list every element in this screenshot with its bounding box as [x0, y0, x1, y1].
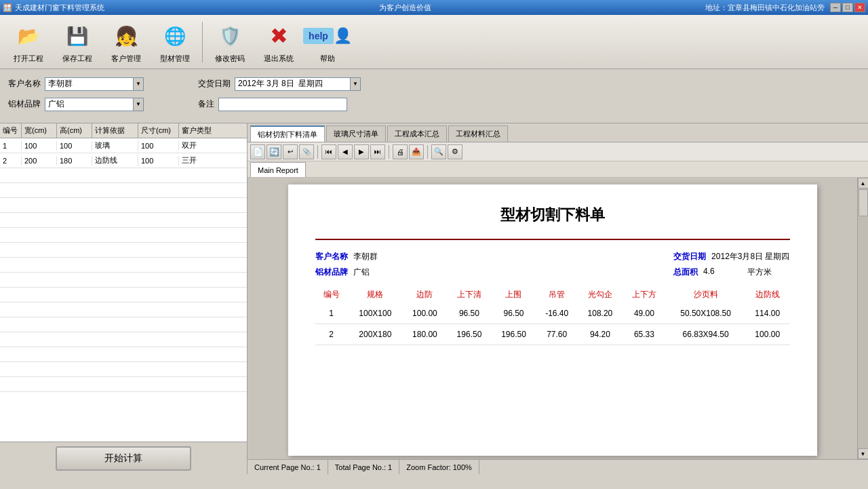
report-btn-undo[interactable]: ↩: [283, 144, 298, 159]
save-button[interactable]: 💾 保存工程: [54, 18, 100, 66]
close-button[interactable]: ✕: [854, 3, 865, 12]
delivery-input[interactable]: [235, 77, 350, 91]
th-d: 吊管: [536, 286, 578, 303]
delivery-dropdown[interactable]: ▼: [235, 77, 361, 91]
table-row[interactable]: 2 200 180 边防线 100 三开: [0, 153, 247, 168]
brand-label: 铝材品牌: [8, 98, 41, 110]
table-row-empty[interactable]: [0, 258, 247, 273]
zoom-button[interactable]: 🔍: [431, 144, 446, 159]
help-button[interactable]: help 👤 帮助: [304, 18, 351, 66]
tab-aluminium-cut[interactable]: 铝材切割下料清单: [250, 125, 325, 142]
table-row-empty[interactable]: [0, 288, 247, 302]
table-row-empty[interactable]: [0, 168, 247, 183]
scroll-thumb[interactable]: [859, 189, 868, 216]
customer-name-input[interactable]: [45, 77, 133, 91]
r2-g: 66.83X94.50: [666, 324, 745, 345]
table-row-empty[interactable]: [0, 347, 247, 362]
report-toolbar: 📄 🔄 ↩ 📎 ⏮ ◀ ▶ ⏭ 🖨 📤 🔍 ⚙: [248, 142, 868, 161]
shield-icon: 🛡️: [214, 20, 246, 52]
report-scrollable[interactable]: 型材切割下料单 客户名称 李朝群 铝材品牌 广铝: [248, 178, 857, 459]
scroll-up-arrow[interactable]: ▲: [858, 178, 869, 189]
tabs-bar: 铝材切割下料清单 玻璃尺寸清单 工程成本汇总 工程材料汇总: [248, 123, 868, 142]
table-row-empty[interactable]: [0, 332, 247, 347]
table-row-empty[interactable]: [0, 317, 247, 332]
open-button[interactable]: 📂 打开工程: [5, 18, 52, 66]
brand-input[interactable]: [45, 98, 133, 111]
brand-dropdown-arrow[interactable]: ▼: [133, 98, 144, 111]
export-button[interactable]: 📤: [409, 144, 424, 159]
print-button[interactable]: 🖨: [393, 144, 408, 159]
th-c: 上围: [492, 286, 536, 303]
report-btn-1[interactable]: 📄: [250, 144, 265, 159]
zoom-status: Zoom Factor: 100%: [399, 460, 479, 474]
table-row-empty[interactable]: [0, 377, 247, 392]
delivery-meta-value: 2012年3月8日 星期四: [711, 251, 789, 262]
r2-e: 94.20: [578, 324, 623, 345]
cell-type-2: 三开: [179, 155, 247, 166]
brand-dropdown[interactable]: ▼: [45, 98, 144, 111]
password-button[interactable]: 🛡️ 修改密码: [207, 18, 253, 66]
current-page-status: Current Page No.: 1: [248, 460, 328, 474]
th-no: 编号: [315, 286, 348, 303]
report-page: 型材切割下料单 客户名称 李朝群 铝材品牌 广铝: [288, 184, 817, 456]
cell-size-1: 100: [138, 141, 179, 151]
scroll-down-arrow[interactable]: ▼: [858, 448, 869, 459]
nav-prev-button[interactable]: ◀: [338, 144, 353, 159]
main-report-tab[interactable]: Main Report: [250, 162, 306, 177]
note-label: 备注: [198, 98, 214, 110]
tab-cost-summary[interactable]: 工程成本汇总: [387, 125, 447, 142]
customer-name-dropdown[interactable]: ▼: [45, 77, 144, 91]
report-btn-clip[interactable]: 📎: [299, 144, 314, 159]
table-row-empty[interactable]: [0, 213, 247, 228]
report-vscrollbar[interactable]: ▲ ▼: [857, 178, 868, 459]
tab-material-summary[interactable]: 工程材料汇总: [448, 125, 508, 142]
table-body: 1 100 100 玻璃 100 双开 2 200 180 边防线 100 三开: [0, 138, 247, 442]
cell-height-1: 100: [57, 141, 92, 151]
nav-first-button[interactable]: ⏮: [321, 144, 336, 159]
report-btn-refresh[interactable]: 🔄: [267, 144, 281, 159]
report-data-row-1: 1 100X100 100.00 96.50 96.50 -16.40 108.…: [315, 303, 790, 324]
col-header-calc: 计算依据: [92, 123, 138, 138]
cell-type-1: 双开: [179, 140, 247, 151]
delivery-dropdown-arrow[interactable]: ▼: [350, 77, 361, 91]
table-header: 编号 宽(cm) 高(cm) 计算依据 尺寸(cm) 窗户类型: [0, 123, 247, 138]
table-row-empty[interactable]: [0, 198, 247, 213]
report-table: 编号 规格 边防 上下清 上围 吊管 光勾企 上下方 沙页料 边防线: [315, 286, 790, 345]
customer-button[interactable]: 👧 客户管理: [103, 18, 149, 66]
r2-d: 77.60: [536, 324, 578, 345]
th-b: 上下清: [447, 286, 492, 303]
app-name: 天成建材门窗下料管理系统: [15, 3, 104, 13]
table-row-empty[interactable]: [0, 302, 247, 317]
table-row-empty[interactable]: [0, 243, 247, 258]
brand-meta-label: 铝材品牌: [315, 267, 348, 278]
table-row-empty[interactable]: [0, 273, 247, 288]
table-row-empty[interactable]: [0, 228, 247, 243]
sep3: [427, 145, 428, 159]
r2-c: 196.50: [492, 324, 536, 345]
report-title: 型材切割下料单: [315, 205, 790, 225]
save-label: 保存工程: [62, 54, 92, 64]
settings-button[interactable]: ⚙: [448, 144, 462, 159]
customer-dropdown-arrow[interactable]: ▼: [133, 77, 144, 91]
profile-button[interactable]: 🌐 型材管理: [152, 18, 198, 66]
divider: [202, 22, 203, 62]
exit-button[interactable]: ✖ 退出系统: [256, 18, 302, 66]
minimize-button[interactable]: ─: [830, 3, 841, 12]
r1-spec: 100X100: [348, 303, 403, 324]
report-data-row-2: 2 200X180 180.00 196.50 196.50 77.60 94.…: [315, 324, 790, 345]
form-area: 客户名称 ▼ 铝材品牌 ▼ 交货日期 ▼ 备注: [0, 69, 868, 123]
table-row-empty[interactable]: [0, 183, 247, 198]
exit-label: 退出系统: [264, 54, 294, 64]
note-input[interactable]: [218, 98, 347, 111]
tab-glass-size[interactable]: 玻璃尺寸清单: [326, 125, 386, 142]
r1-b: 96.50: [447, 303, 492, 324]
password-label: 修改密码: [215, 54, 245, 64]
col-header-type: 窗户类型: [179, 123, 247, 138]
table-row[interactable]: 1 100 100 玻璃 100 双开: [0, 138, 247, 153]
table-row-empty[interactable]: [0, 362, 247, 377]
profile-icon: 🌐: [159, 20, 191, 52]
calc-button[interactable]: 开始计算: [56, 446, 191, 471]
nav-next-button[interactable]: ▶: [354, 144, 369, 159]
nav-last-button[interactable]: ⏭: [370, 144, 385, 159]
maximize-button[interactable]: □: [842, 3, 853, 12]
